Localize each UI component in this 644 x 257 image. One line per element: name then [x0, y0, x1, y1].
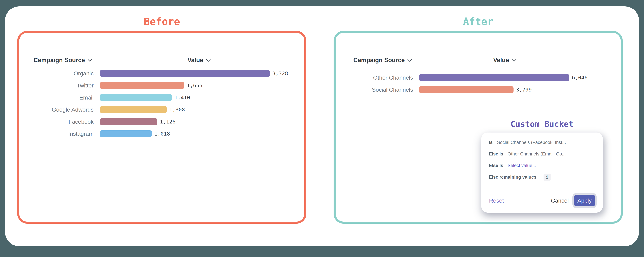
rule-value[interactable]: Other Channels (Email, Go...	[508, 151, 566, 157]
category-label: Instagram	[19, 131, 94, 137]
stage: Before Campaign Source Value Organic3,32…	[0, 0, 644, 257]
chevron-down-icon	[88, 57, 92, 62]
rule-operator-label: Is	[489, 140, 493, 145]
dialog-divider	[486, 190, 598, 190]
bar	[100, 130, 152, 137]
chevron-down-icon	[407, 57, 412, 62]
column-header-label: Value	[188, 57, 203, 63]
reset-button[interactable]: Reset	[489, 197, 504, 204]
bar	[100, 106, 167, 113]
select-value-link[interactable]: Select value...	[508, 163, 536, 168]
bar	[100, 70, 270, 77]
bar	[419, 74, 569, 81]
dialog-footer: Reset Cancel Apply	[481, 195, 603, 206]
after-title: After	[334, 16, 623, 27]
chart-row: Facebook1,126	[19, 116, 288, 128]
before-bar-chart: Organic3,328Twitter1,655Email1,410Google…	[19, 67, 288, 140]
before-column-header-value[interactable]: Value	[188, 57, 210, 64]
chart-row: Twitter1,655	[19, 79, 288, 91]
value-label: 1,308	[169, 107, 185, 113]
rule-operator-label: Else Is	[489, 151, 503, 157]
value-label: 1,655	[187, 82, 202, 88]
bar	[100, 94, 172, 101]
category-label: Social Channels	[336, 86, 413, 93]
bucket-rule-row: Else Is Select value...	[481, 160, 603, 171]
cancel-button[interactable]: Cancel	[551, 197, 569, 204]
column-header-label: Campaign Source	[353, 57, 405, 63]
category-label: Email	[19, 94, 94, 101]
chart-row: Instagram1,018	[19, 128, 288, 140]
category-label: Organic	[19, 70, 94, 77]
bucket-rule-row: Is Social Channels (Facebook, Inst...	[481, 137, 603, 148]
value-label: 3,799	[516, 87, 532, 93]
chart-row: Organic3,328	[19, 67, 288, 79]
custom-bucket-title: Custom Bucket	[481, 119, 603, 129]
chart-row: Google Adwords1,308	[19, 104, 288, 116]
category-label: Other Channels	[336, 74, 413, 81]
column-header-label: Value	[493, 57, 509, 63]
bucket-rule-row: Else Is Other Channels (Email, Go...	[481, 148, 603, 160]
column-header-label: Campaign Source	[34, 57, 85, 63]
chevron-down-icon	[512, 57, 516, 62]
before-column-header-campaign-source[interactable]: Campaign Source	[34, 57, 92, 64]
value-label: 3,328	[272, 70, 288, 76]
after-column-header-campaign-source[interactable]: Campaign Source	[353, 57, 412, 64]
chart-row: Other Channels6,046	[336, 71, 588, 84]
category-label: Facebook	[19, 118, 94, 125]
info-icon[interactable]: i	[544, 174, 551, 181]
value-label: 6,046	[572, 75, 588, 81]
chevron-down-icon	[206, 57, 211, 62]
after-column-header-value[interactable]: Value	[493, 57, 516, 64]
value-label: 1,126	[160, 119, 176, 125]
bar	[419, 86, 514, 93]
value-label: 1,410	[174, 94, 190, 100]
bar	[100, 82, 184, 89]
before-title: Before	[17, 16, 306, 27]
rule-value[interactable]: Social Channels (Facebook, Inst...	[497, 140, 566, 145]
custom-bucket-dialog: Is Social Channels (Facebook, Inst... El…	[481, 133, 603, 213]
rule-operator-label: Else Is	[489, 163, 503, 168]
bucket-rule-row: Else remaining values i	[481, 171, 603, 183]
after-bar-chart: Other Channels6,046Social Channels3,799	[336, 71, 588, 96]
rule-operator-label: Else remaining values	[489, 175, 536, 180]
bucket-rules-list: Is Social Channels (Facebook, Inst... El…	[481, 133, 603, 183]
value-label: 1,018	[154, 131, 170, 137]
bar	[100, 118, 157, 125]
chart-row: Social Channels3,799	[336, 84, 588, 96]
apply-button[interactable]: Apply	[574, 195, 595, 206]
category-label: Twitter	[19, 82, 94, 89]
chart-row: Email1,410	[19, 91, 288, 104]
category-label: Google Adwords	[19, 106, 94, 113]
